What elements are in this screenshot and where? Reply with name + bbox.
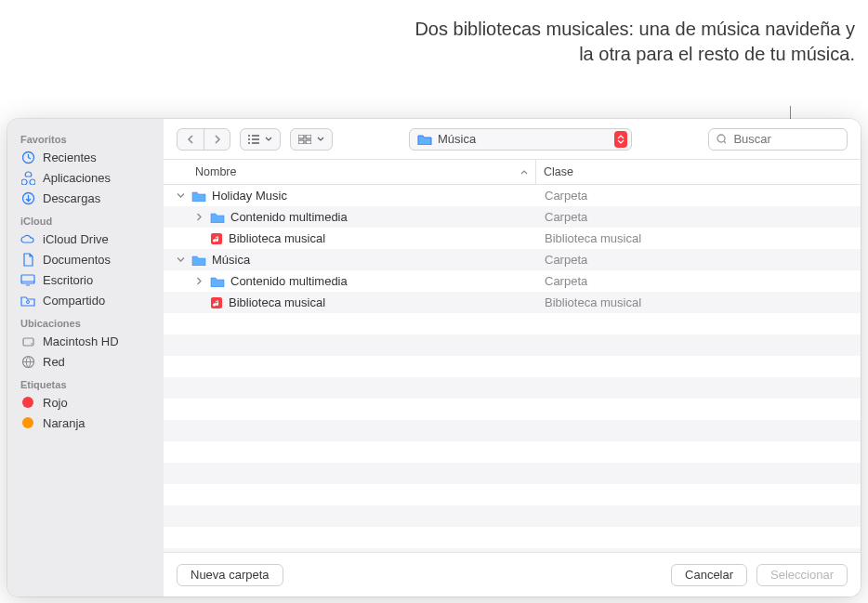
empty-row <box>164 313 861 334</box>
column-kind[interactable]: Clase <box>535 160 861 184</box>
empty-row <box>164 420 861 441</box>
disclosure-triangle[interactable] <box>193 212 204 223</box>
folder-icon <box>417 134 432 145</box>
sidebar-item-label: Aplicaciones <box>43 171 111 185</box>
file-name: Contenido multimedia <box>230 274 348 288</box>
file-kind: Carpeta <box>535 274 861 288</box>
disclosure-triangle[interactable] <box>175 190 186 202</box>
folder-icon <box>191 190 206 202</box>
disclosure-triangle <box>193 297 204 308</box>
disclosure-triangle <box>193 233 204 244</box>
sidebar-item-label: Descargas <box>43 191 100 205</box>
empty-row <box>164 505 861 527</box>
globe-icon <box>20 354 35 369</box>
file-name: Biblioteca musical <box>229 231 325 245</box>
dialog-footer: Nueva carpeta Cancelar Seleccionar <box>164 552 861 596</box>
list-icon <box>248 135 259 144</box>
forward-button[interactable] <box>204 129 230 150</box>
file-kind: Biblioteca musical <box>535 295 861 309</box>
disclosure-triangle[interactable] <box>175 255 186 266</box>
main-pane: Música Nombre Clase Holiday MusicCarpeta <box>164 119 861 596</box>
toolbar: Música <box>164 119 861 160</box>
empty-row <box>164 356 861 377</box>
file-name: Música <box>212 253 250 267</box>
sidebar-section-title: Favoritos <box>7 126 164 147</box>
file-kind: Biblioteca musical <box>535 231 861 245</box>
empty-row <box>164 484 861 505</box>
file-kind: Carpeta <box>535 210 861 224</box>
stepper-icon[interactable] <box>614 131 627 148</box>
search-field[interactable] <box>708 128 848 151</box>
sidebar: FavoritosRecientesAplicacionesDescargasi… <box>7 119 164 596</box>
location-label: Música <box>438 132 476 146</box>
group-button[interactable] <box>290 128 333 151</box>
sidebar-item-label: Compartido <box>43 294 105 308</box>
new-folder-button[interactable]: Nueva carpeta <box>177 564 283 586</box>
sidebar-item-label: Macintosh HD <box>43 334 119 348</box>
doc-icon <box>20 252 35 267</box>
svg-rect-9 <box>298 140 304 144</box>
music-library-icon <box>210 296 223 309</box>
sidebar-item-label: iCloud Drive <box>43 232 109 246</box>
file-row[interactable]: MúsicaCarpeta <box>164 249 861 270</box>
sidebar-item-rojo[interactable]: Rojo <box>7 392 164 413</box>
back-button[interactable] <box>178 129 204 150</box>
file-row[interactable]: Biblioteca musicalBiblioteca musical <box>164 228 861 249</box>
sort-asc-icon <box>520 169 528 175</box>
sidebar-item-escritorio[interactable]: Escritorio <box>7 269 164 290</box>
sidebar-item-label: Rojo <box>43 396 68 410</box>
folder-icon <box>210 276 225 287</box>
apps-icon <box>20 170 35 185</box>
sidebar-item-naranja[interactable]: Naranja <box>7 413 164 433</box>
svg-rect-12 <box>211 233 222 244</box>
file-row[interactable]: Contenido multimediaCarpeta <box>164 206 861 228</box>
chevron-down-icon <box>317 137 324 142</box>
location-popup[interactable]: Música <box>409 128 632 151</box>
grid-icon <box>298 135 311 144</box>
svg-rect-7 <box>298 135 304 138</box>
desktop-icon <box>20 272 35 287</box>
empty-row <box>164 463 861 484</box>
file-kind: Carpeta <box>535 253 861 267</box>
file-row[interactable]: Holiday MusicCarpeta <box>164 185 861 206</box>
view-list-button[interactable] <box>240 128 281 151</box>
disk-icon <box>20 334 35 348</box>
file-row[interactable]: Biblioteca musicalBiblioteca musical <box>164 292 861 313</box>
file-row[interactable]: Contenido multimediaCarpeta <box>164 270 861 292</box>
tag-icon <box>20 415 35 430</box>
sidebar-section-title: iCloud <box>7 208 164 229</box>
folder-icon <box>210 212 225 223</box>
folder-icon <box>191 255 206 266</box>
shared-icon <box>20 293 35 308</box>
file-name: Contenido multimedia <box>230 210 348 224</box>
sidebar-item-label: Recientes <box>43 151 97 164</box>
file-name: Biblioteca musical <box>229 295 325 309</box>
svg-rect-4 <box>23 338 33 346</box>
sidebar-item-recientes[interactable]: Recientes <box>7 147 164 167</box>
sidebar-item-macintosh-hd[interactable]: Macintosh HD <box>7 331 164 351</box>
file-name: Holiday Music <box>212 189 287 203</box>
empty-row <box>164 334 861 356</box>
chevron-down-icon <box>265 137 272 142</box>
search-icon <box>717 134 726 145</box>
nav-back-forward[interactable] <box>177 128 230 151</box>
sidebar-item-aplicaciones[interactable]: Aplicaciones <box>7 167 164 188</box>
svg-point-3 <box>27 300 30 303</box>
sidebar-item-red[interactable]: Red <box>7 351 164 372</box>
sidebar-item-descargas[interactable]: Descargas <box>7 188 164 208</box>
sidebar-item-icloud-drive[interactable]: iCloud Drive <box>7 229 164 249</box>
sidebar-item-documentos[interactable]: Documentos <box>7 249 164 269</box>
select-button[interactable]: Seleccionar <box>756 564 848 586</box>
tag-icon <box>20 395 35 410</box>
column-name-label: Nombre <box>195 165 236 178</box>
svg-rect-13 <box>211 297 222 308</box>
column-headers: Nombre Clase <box>164 160 861 185</box>
sidebar-item-compartido[interactable]: Compartido <box>7 290 164 310</box>
svg-rect-10 <box>306 140 311 144</box>
search-input[interactable] <box>731 131 839 147</box>
cancel-button[interactable]: Cancelar <box>671 564 747 586</box>
column-name[interactable]: Nombre <box>164 160 535 184</box>
svg-point-11 <box>717 135 725 142</box>
empty-row <box>164 527 861 548</box>
disclosure-triangle[interactable] <box>193 276 204 287</box>
